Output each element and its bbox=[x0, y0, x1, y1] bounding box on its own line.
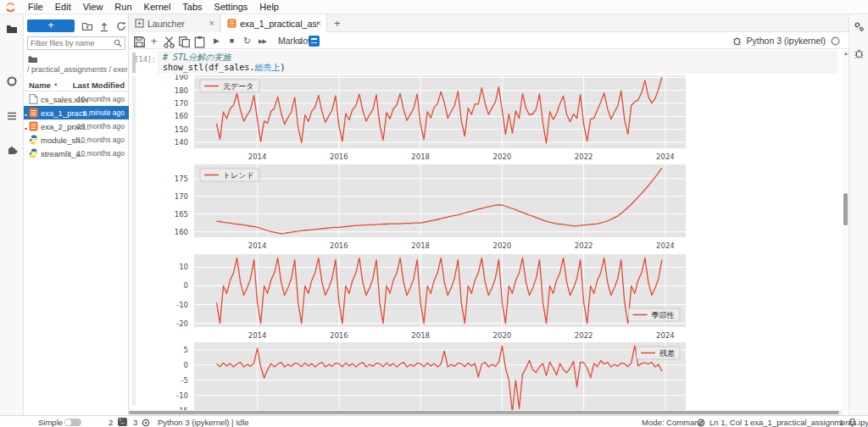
svg-text:2018: 2018 bbox=[411, 331, 430, 340]
notebook-file-icon bbox=[29, 121, 38, 131]
python-file-icon bbox=[29, 135, 38, 145]
svg-text:160: 160 bbox=[175, 228, 188, 236]
file-modified: 10 months ago bbox=[77, 149, 125, 158]
tab-notebook-active[interactable]: exa_1_practical_assignments. × bbox=[221, 14, 327, 32]
spreadsheet-file-icon bbox=[29, 94, 38, 104]
svg-text:2022: 2022 bbox=[575, 241, 593, 250]
save-icon[interactable] bbox=[133, 36, 146, 48]
svg-text:残差: 残差 bbox=[659, 349, 675, 358]
file-filter-input[interactable] bbox=[31, 39, 114, 47]
extension-manager-icon[interactable] bbox=[6, 143, 18, 155]
menu-settings[interactable]: Settings bbox=[209, 2, 254, 12]
svg-text:175: 175 bbox=[175, 175, 188, 183]
breadcrumb-folder-icon[interactable] bbox=[28, 55, 38, 64]
kernel-status-text[interactable]: Python 3 (ipykernel) | Idle bbox=[158, 418, 249, 427]
property-inspector-gears-icon[interactable] bbox=[854, 21, 865, 32]
svg-text:170: 170 bbox=[175, 192, 188, 201]
menu-bar: File Edit View Run Kernel Tabs Settings … bbox=[0, 0, 868, 14]
execution-count: [14]: bbox=[131, 55, 156, 64]
stop-kernel-icon[interactable]: ■ bbox=[225, 35, 238, 47]
menu-kernel[interactable]: Kernel bbox=[138, 2, 177, 12]
file-filter-box[interactable] bbox=[27, 36, 125, 50]
jupyterlab-window: File Edit View Run Kernel Tabs Settings … bbox=[0, 0, 868, 427]
restart-kernel-icon[interactable]: ↻ bbox=[241, 35, 253, 47]
bell-icon[interactable] bbox=[848, 418, 857, 427]
svg-text:-5: -5 bbox=[181, 376, 188, 385]
tab-label: Launcher bbox=[147, 19, 185, 29]
column-name[interactable]: Name bbox=[29, 80, 51, 90]
file-row-cs-sales[interactable]: cs_sales.xlsx 10 months ago bbox=[24, 92, 129, 106]
simple-mode-toggle[interactable] bbox=[64, 419, 81, 426]
svg-text:160: 160 bbox=[175, 112, 188, 120]
close-icon[interactable]: × bbox=[209, 18, 214, 28]
svg-text:トレンド: トレンド bbox=[223, 171, 254, 180]
svg-text:2014: 2014 bbox=[248, 152, 267, 161]
tab-label: exa_1_practical_assignments. bbox=[240, 19, 318, 29]
new-launcher-button[interactable]: + bbox=[27, 19, 75, 32]
upload-icon[interactable] bbox=[98, 20, 110, 32]
debugger-bug-icon[interactable] bbox=[854, 48, 865, 59]
status-bar: Simple 2 3 Python 3 (ipykernel) | Idle M… bbox=[0, 415, 868, 427]
kernel-sessions-icon[interactable] bbox=[142, 419, 150, 427]
notebook-mode: Mode: Command bbox=[642, 418, 704, 427]
run-cell-icon[interactable]: ▶ bbox=[210, 35, 223, 47]
kernel-name[interactable]: Python 3 (ipykernel) bbox=[747, 36, 826, 46]
file-list-header[interactable]: Name ▴ Last Modified bbox=[24, 77, 129, 92]
code-cell-editor[interactable]: # STL分解の実施show_stl(df_sales.総売上) bbox=[158, 51, 837, 74]
copy-icon[interactable] bbox=[178, 36, 191, 48]
insert-cell-icon[interactable]: + bbox=[147, 35, 160, 47]
python-file-icon bbox=[29, 148, 38, 158]
vertical-scrollbar[interactable]: ▲ bbox=[843, 49, 849, 410]
output-collapser[interactable] bbox=[132, 76, 136, 405]
search-icon bbox=[114, 39, 122, 47]
new-folder-icon[interactable] bbox=[81, 20, 93, 32]
new-tab-button[interactable]: + bbox=[334, 17, 341, 30]
menu-file[interactable]: File bbox=[22, 2, 49, 12]
cut-icon[interactable] bbox=[163, 36, 175, 48]
code-text: show_stl(df_sales. bbox=[163, 63, 254, 72]
file-modified: 10 months ago bbox=[77, 122, 125, 130]
file-row-streamlit[interactable]: streamlit_a... 10 months ago bbox=[24, 147, 129, 160]
accessibility-circle-icon[interactable] bbox=[697, 419, 705, 427]
scrollbar-thumb[interactable] bbox=[843, 193, 848, 225]
kernel-count[interactable]: 3 bbox=[133, 418, 137, 427]
scrollbar-thumb[interactable] bbox=[129, 411, 839, 414]
svg-text:170: 170 bbox=[175, 99, 188, 108]
terminal-count[interactable]: 2 bbox=[108, 418, 113, 427]
svg-text:2022: 2022 bbox=[575, 331, 593, 340]
menu-view[interactable]: View bbox=[77, 2, 109, 12]
running-sessions-icon[interactable] bbox=[6, 75, 18, 87]
menu-tabs[interactable]: Tabs bbox=[176, 2, 208, 12]
breadcrumb[interactable]: / practical_assignments / exercises_a / bbox=[27, 65, 127, 74]
terminal-icon[interactable] bbox=[118, 418, 127, 426]
paste-icon[interactable] bbox=[193, 36, 206, 48]
svg-text:元データ: 元データ bbox=[223, 82, 253, 91]
file-modified: 10 months ago bbox=[77, 136, 125, 144]
file-modified: 10 months ago bbox=[77, 95, 125, 103]
svg-text:2016: 2016 bbox=[330, 152, 348, 161]
file-row-module[interactable]: module_sh... 10 months ago bbox=[24, 133, 129, 147]
svg-text:2024: 2024 bbox=[656, 331, 675, 340]
table-of-contents-icon[interactable] bbox=[6, 110, 18, 122]
activity-bar bbox=[0, 14, 24, 415]
folder-icon[interactable] bbox=[6, 23, 18, 35]
extension-button[interactable] bbox=[309, 36, 320, 47]
menu-help[interactable]: Help bbox=[253, 2, 285, 12]
debugger-bug-icon[interactable] bbox=[732, 36, 742, 46]
file-row-exa-2[interactable]: • exa_2_pract... 10 months ago bbox=[24, 119, 129, 133]
restart-run-all-icon[interactable]: ▶▶ bbox=[256, 35, 269, 47]
file-row-exa-1-selected[interactable]: • exa_1_pract... a minute ago bbox=[24, 106, 129, 119]
svg-text:10: 10 bbox=[179, 263, 188, 271]
menu-edit[interactable]: Edit bbox=[49, 2, 77, 12]
notification-count[interactable]: 1 bbox=[839, 418, 843, 427]
refresh-icon[interactable] bbox=[115, 20, 127, 32]
svg-text:140: 140 bbox=[175, 138, 188, 147]
kernel-status-icon[interactable] bbox=[831, 36, 840, 46]
cursor-position[interactable]: Ln 1, Col 1 bbox=[709, 418, 748, 427]
menu-run[interactable]: Run bbox=[108, 2, 137, 12]
tab-launcher[interactable]: Launcher × bbox=[129, 14, 220, 32]
column-last-modified[interactable]: Last Modified bbox=[73, 80, 125, 90]
main-dock-panel: Launcher × exa_1_practical_assignments. … bbox=[129, 14, 849, 415]
close-icon[interactable]: × bbox=[316, 18, 321, 28]
right-sidebar bbox=[849, 14, 868, 415]
